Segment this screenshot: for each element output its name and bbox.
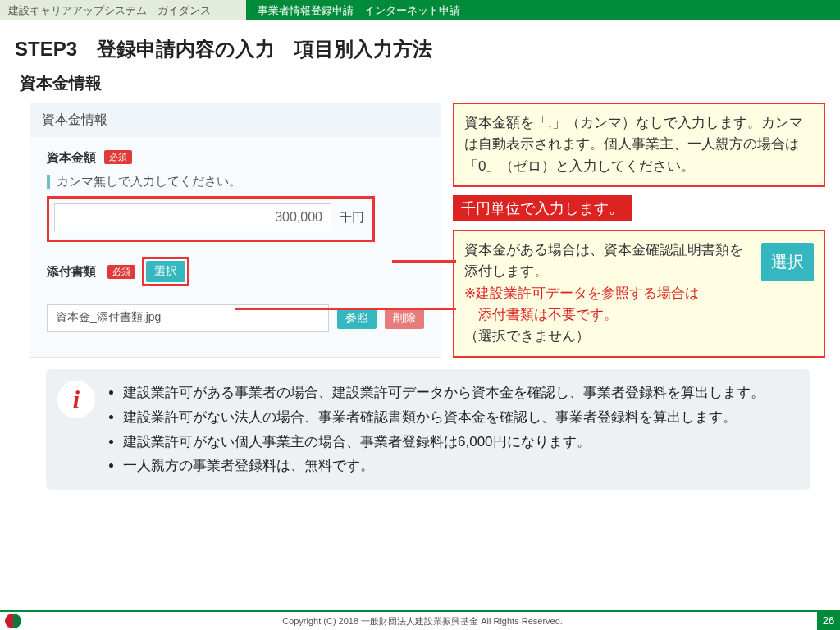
hint-bar-icon (47, 175, 50, 189)
amount-label: 資本金額 (47, 150, 96, 164)
required-badge: 必須 (104, 150, 132, 164)
info-list: 建設業許可がある事業者の場合、建設業許可データから資本金を確認し、事業者登録料を… (107, 381, 765, 478)
info-box: i 建設業許可がある事業者の場合、建設業許可データから資本金を確認し、事業者登録… (46, 369, 810, 490)
logo-icon (5, 614, 28, 628)
hint-text: カンマ無しで入力してください。 (57, 174, 241, 189)
footer: Copyright (C) 2018 一般財団法人建設業振興基金 All Rig… (0, 610, 840, 630)
list-item: 建設業許可がない個人事業主の場合、事業者登録料は6,000円になります。 (123, 430, 765, 454)
note-comma: 資本金額を「,」（カンマ）なしで入力します。カンマは自動表示されます。個人事業主… (453, 103, 825, 187)
guide-label: 建設キャリアアップシステム ガイダンス (0, 0, 246, 20)
capital-amount-input[interactable] (54, 203, 331, 231)
input-hint: カンマ無しで入力してください。 (47, 174, 424, 189)
list-item: 建設業許可がある事業者の場合、建設業許可データから資本金を確認し、事業者登録料を… (123, 381, 765, 405)
note-caution: ※建設業許可データを参照する場合は (464, 285, 699, 301)
note-attach: 選択 資本金がある場合は、資本金確認証明書類を添付します。 ※建設業許可データを… (453, 230, 825, 358)
page-title: STEP3 登録申請内容の入力 項目別入力方法 (15, 36, 825, 62)
subsection-title: 資本金情報 (20, 72, 825, 94)
note-caution: 添付書類は不要です。 (464, 307, 618, 322)
list-item: 一人親方の事業者登録料は、無料です。 (123, 454, 765, 478)
browse-button[interactable]: 参照 (337, 308, 377, 329)
select-button-example: 選択 (761, 243, 814, 281)
amount-highlight-frame: 千円 (47, 196, 375, 242)
note-text: （選択できません） (464, 328, 590, 344)
list-item: 建設業許可がない法人の場合、事業者確認書類から資本金を確認し、事業者登録料を算出… (123, 405, 765, 430)
delete-button[interactable]: 削除 (385, 308, 424, 329)
unit-label: 千円 (340, 210, 364, 226)
panel-title: 資本金情報 (30, 103, 441, 137)
connector-line (392, 260, 456, 262)
note-unit: 千円単位で入力します。 (453, 195, 632, 221)
copyright-text: Copyright (C) 2018 一般財団法人建設業振興基金 All Rig… (28, 615, 817, 628)
required-badge: 必須 (107, 265, 135, 279)
top-bar: 建設キャリアアップシステム ガイダンス 事業者情報登録申請 インターネット申請 (0, 0, 840, 20)
connector-line (235, 308, 456, 310)
capital-panel: 資本金情報 資本金額 必須 カンマ無しで入力してください。 千円 添付書類 必須 (30, 103, 441, 358)
select-highlight-frame: 選択 (142, 257, 189, 286)
info-icon: i (57, 381, 95, 418)
form-area: 資本金情報 資本金額 必須 カンマ無しで入力してください。 千円 添付書類 必須 (15, 103, 441, 358)
select-button[interactable]: 選択 (146, 261, 185, 282)
attachment-label: 添付書類 (47, 264, 96, 280)
note-text: 資本金がある場合は、資本金確認証明書類を添付します。 (464, 242, 743, 279)
section-label: 事業者情報登録申請 インターネット申請 (246, 0, 840, 20)
page-number: 26 (817, 612, 840, 630)
